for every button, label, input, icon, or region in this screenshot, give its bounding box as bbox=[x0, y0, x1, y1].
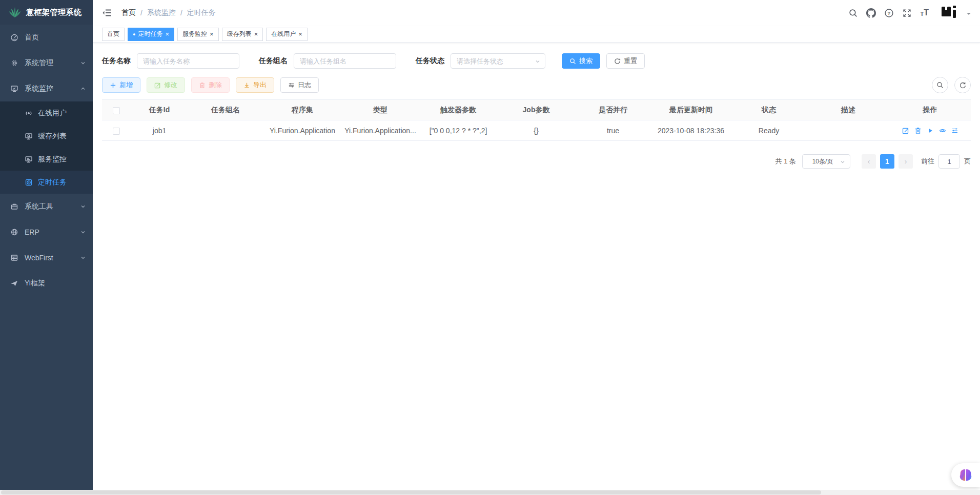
tab-home[interactable]: 首页 bbox=[102, 28, 125, 41]
cell-status: Ready bbox=[730, 120, 807, 141]
col-concurrent: 是否并行 bbox=[575, 100, 651, 120]
task-group-input[interactable] bbox=[294, 53, 396, 69]
col-actions: 操作 bbox=[889, 100, 971, 120]
log-button[interactable]: 日志 bbox=[280, 77, 319, 93]
sidebar: 意框架管理系统 首页 系统管理 系统监控 在线用户 bbox=[0, 0, 93, 490]
sidebar-item-cache-list[interactable]: 缓存列表 bbox=[0, 125, 93, 148]
sidebar-item-home[interactable]: 首页 bbox=[0, 25, 93, 50]
github-icon[interactable] bbox=[866, 8, 876, 18]
refresh-table-button[interactable] bbox=[954, 77, 971, 93]
table-toolbar: 新增 修改 删除 导出 日志 bbox=[102, 77, 971, 93]
task-status-select[interactable] bbox=[451, 53, 545, 69]
tab-cache-list[interactable]: 缓存列表 × bbox=[222, 28, 263, 41]
sidebar-item-system-monitor[interactable]: 系统监控 bbox=[0, 76, 93, 101]
search-button-label: 搜索 bbox=[579, 56, 593, 66]
cell-trigger-args: ["0 0 0,12 ? * ?",2] bbox=[419, 120, 498, 141]
chevron-up-icon bbox=[80, 86, 86, 91]
close-icon[interactable]: × bbox=[298, 31, 302, 37]
search-icon[interactable] bbox=[848, 8, 858, 18]
sidebar-item-system-tools[interactable]: 系统工具 bbox=[0, 194, 93, 219]
edit-row-icon[interactable] bbox=[902, 127, 909, 134]
edit-button: 修改 bbox=[147, 77, 185, 93]
horizontal-scrollbar[interactable] bbox=[0, 490, 980, 495]
cell-last-updated: 2023-10-08 18:23:36 bbox=[651, 120, 730, 141]
tab-service-monitor[interactable]: 服务监控 × bbox=[177, 28, 219, 41]
breadcrumb-separator: / bbox=[140, 9, 142, 17]
main-area: 首页 / 系统监控 / 定时任务 ? TT bbox=[93, 0, 980, 490]
toggle-search-button[interactable] bbox=[932, 77, 948, 93]
task-group-label: 任务组名 bbox=[259, 56, 288, 66]
chevron-down-icon bbox=[80, 230, 86, 235]
sidebar-item-label: 系统监控 bbox=[25, 84, 53, 93]
delete-button-label: 删除 bbox=[209, 80, 222, 90]
export-button[interactable]: 导出 bbox=[236, 77, 274, 93]
tab-online-users[interactable]: 在线用户 × bbox=[266, 28, 308, 41]
search-icon bbox=[569, 58, 576, 65]
app-logo[interactable]: 意框架管理系统 bbox=[0, 0, 93, 25]
tasks-table: 任务Id 任务组名 程序集 类型 触发器参数 Job参数 是否并行 最后更新时间… bbox=[102, 99, 971, 141]
table-row[interactable]: job1 Yi.Furion.Application Yi.Furion.App… bbox=[102, 120, 971, 141]
ai-assistant-button[interactable] bbox=[951, 463, 980, 487]
server-icon bbox=[25, 155, 33, 163]
avatar[interactable] bbox=[939, 3, 958, 23]
breadcrumb-home[interactable]: 首页 bbox=[121, 8, 136, 17]
log-row-icon[interactable] bbox=[951, 127, 958, 134]
sidebar-collapse-icon[interactable] bbox=[102, 8, 112, 18]
task-status-select-input[interactable] bbox=[451, 53, 545, 69]
cell-job-args: {} bbox=[498, 120, 575, 141]
chevron-down-icon bbox=[80, 60, 86, 66]
sidebar-item-scheduled-tasks[interactable]: 定时任务 bbox=[0, 171, 93, 194]
sidebar-item-label: 系统管理 bbox=[25, 58, 53, 68]
font-size-icon[interactable]: TT bbox=[920, 9, 929, 17]
page-1-button[interactable]: 1 bbox=[880, 154, 894, 169]
gear-icon bbox=[10, 59, 18, 67]
sidebar-item-yi-framework[interactable]: Yi框架 bbox=[0, 271, 93, 296]
sidebar-item-label: 缓存列表 bbox=[38, 132, 67, 141]
search-button[interactable]: 搜索 bbox=[562, 53, 600, 69]
tab-label: 服务监控 bbox=[182, 30, 207, 38]
edit-icon bbox=[154, 82, 161, 89]
tab-label: 定时任务 bbox=[138, 30, 162, 38]
close-icon[interactable]: × bbox=[254, 31, 258, 37]
col-last-updated: 最后更新时间 bbox=[651, 100, 730, 120]
col-status: 状态 bbox=[730, 100, 807, 120]
page-size-select[interactable]: 10条/页 bbox=[802, 154, 850, 169]
fullscreen-icon[interactable] bbox=[902, 8, 912, 18]
reset-button[interactable]: 重置 bbox=[606, 53, 645, 69]
close-icon[interactable]: × bbox=[165, 31, 169, 37]
table-grid-icon bbox=[10, 254, 18, 262]
select-all-checkbox[interactable] bbox=[113, 107, 120, 114]
run-row-icon[interactable] bbox=[927, 127, 934, 134]
cell-concurrent: true bbox=[575, 120, 651, 141]
row-checkbox[interactable] bbox=[113, 128, 120, 135]
close-icon[interactable]: × bbox=[210, 31, 214, 37]
delete-button: 删除 bbox=[191, 77, 230, 93]
sidebar-item-label: Yi框架 bbox=[25, 279, 45, 288]
user-menu-caret-icon[interactable] bbox=[967, 13, 971, 17]
total-count: 共 1 条 bbox=[775, 157, 796, 166]
task-name-input[interactable] bbox=[137, 53, 239, 69]
cell-task-group bbox=[188, 120, 263, 141]
sidebar-item-online-users[interactable]: 在线用户 bbox=[0, 101, 93, 125]
page-size-value: 10条/页 bbox=[802, 154, 850, 169]
add-button[interactable]: 新增 bbox=[102, 77, 140, 93]
help-icon[interactable]: ? bbox=[884, 8, 894, 18]
delete-row-icon[interactable] bbox=[914, 127, 922, 134]
breadcrumb-monitor: 系统监控 bbox=[147, 8, 176, 17]
scrollbar-thumb[interactable] bbox=[1, 490, 821, 494]
prev-page-button[interactable]: ‹ bbox=[862, 154, 876, 169]
breadcrumb: 首页 / 系统监控 / 定时任务 bbox=[121, 8, 216, 17]
sidebar-item-webfirst[interactable]: WebFirst bbox=[0, 245, 93, 271]
broadcast-icon bbox=[25, 109, 33, 117]
add-button-label: 新增 bbox=[119, 80, 133, 90]
next-page-button[interactable]: › bbox=[899, 154, 913, 169]
tab-scheduled-tasks[interactable]: ● 定时任务 × bbox=[128, 28, 174, 41]
sidebar-item-service-monitor[interactable]: 服务监控 bbox=[0, 148, 93, 171]
task-status-label: 任务状态 bbox=[416, 56, 444, 66]
task-name-label: 任务名称 bbox=[102, 56, 131, 66]
sidebar-item-erp[interactable]: ERP bbox=[0, 219, 93, 245]
goto-page-input[interactable] bbox=[938, 154, 960, 169]
sidebar-item-system-manage[interactable]: 系统管理 bbox=[0, 50, 93, 76]
view-row-icon[interactable] bbox=[939, 127, 946, 134]
goto-label: 前往 bbox=[921, 157, 934, 166]
